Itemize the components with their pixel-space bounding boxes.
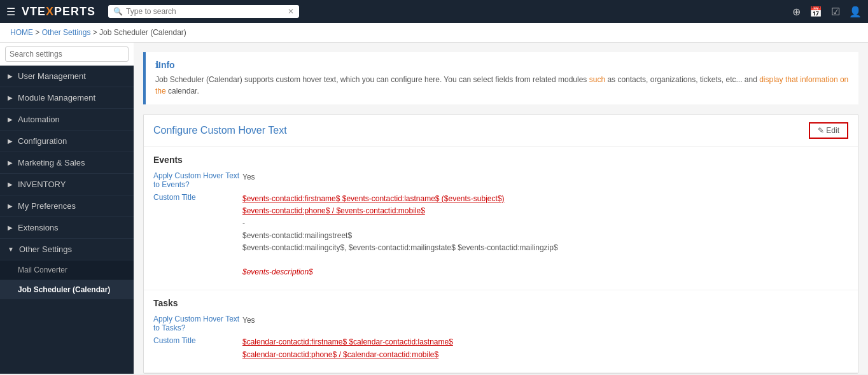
chevron-down-icon: ▼: [8, 246, 14, 253]
info-box: ℹInfo Job Scheduler (Calendar) supports …: [143, 52, 858, 104]
sidebar-item-label: My Preferences: [18, 201, 76, 211]
events-heading: Events: [153, 155, 848, 165]
tasks-custom-title-value: $calendar-contactid:firstname$ $calendar…: [242, 336, 848, 360]
chevron-right-icon: ▶: [8, 138, 13, 145]
sidebar-item-user-management[interactable]: ▶ User Management: [0, 66, 134, 87]
info-text-part3: calendar.: [166, 87, 199, 96]
sidebar-item-marketing-sales[interactable]: ▶ Marketing & Sales: [0, 152, 134, 174]
sidebar-item-label: Module Management: [18, 93, 95, 103]
configure-section: Configure Custom Hover Text ✎ Edit Event…: [143, 114, 858, 374]
events-title-line5: $events-contactid:mailingcity$, $events-…: [242, 243, 558, 252]
chevron-right-icon: ▶: [8, 73, 13, 80]
add-icon[interactable]: ⊕: [792, 6, 801, 18]
main-content: ℹInfo Job Scheduler (Calendar) supports …: [134, 43, 868, 374]
info-text: Job Scheduler (Calendar) supports custom…: [155, 74, 849, 97]
global-search-input[interactable]: [126, 7, 284, 16]
chevron-right-icon: ▶: [8, 94, 13, 101]
sidebar: ▶ User Management ▶ Module Management ▶ …: [0, 43, 134, 374]
breadcrumb: HOME > Other Settings > Job Scheduler (C…: [0, 23, 868, 43]
chevron-right-icon: ▶: [8, 116, 13, 123]
sidebar-item-label: Other Settings: [19, 244, 72, 254]
events-custom-title-label: Custom Title: [153, 193, 242, 278]
edit-button[interactable]: ✎ Edit: [809, 122, 848, 139]
events-title-line4: $events-contactid:mailingstreet$: [242, 231, 352, 240]
sidebar-item-mail-converter[interactable]: Mail Converter: [0, 260, 134, 280]
top-nav-actions: ⊕ 📅 ☑ 👤: [792, 6, 862, 18]
top-navigation: ☰ VTEXPERTS 🔍 ✕ ⊕ 📅 ☑ 👤: [0, 0, 868, 23]
hamburger-icon[interactable]: ☰: [6, 6, 15, 18]
app-logo: VTEXPERTS: [22, 5, 95, 18]
events-custom-title-row: Custom Title $events-contactid:firstname…: [153, 193, 848, 278]
events-custom-title-value: $events-contactid:firstname$ $events-con…: [242, 193, 848, 278]
events-title-line3: -: [242, 218, 245, 227]
info-text-part1: Job Scheduler (Calendar) supports custom…: [155, 75, 589, 84]
tasks-custom-title-label: Custom Title: [153, 336, 242, 360]
user-icon[interactable]: 👤: [849, 6, 862, 18]
tasks-apply-label: Apply Custom Hover Text to Tasks?: [153, 315, 242, 332]
sidebar-item-label: Marketing & Sales: [18, 158, 85, 167]
chevron-right-icon: ▶: [8, 181, 13, 188]
chevron-right-icon: ▶: [8, 159, 13, 166]
sidebar-item-label: INVENTORY: [18, 180, 66, 189]
sidebar-item-label: Configuration: [18, 136, 67, 146]
breadcrumb-sep1: >: [35, 28, 39, 37]
main-layout: ▶ User Management ▶ Module Management ▶ …: [0, 43, 868, 374]
sidebar-item-extensions[interactable]: ▶ Extensions: [0, 217, 134, 239]
sidebar-item-job-scheduler[interactable]: Job Scheduler (Calendar): [0, 280, 134, 300]
search-icon: 🔍: [113, 7, 123, 16]
tasks-section: Tasks Apply Custom Hover Text to Tasks? …: [144, 290, 858, 372]
tasks-title-line1: $calendar-contactid:firstname$ $calendar…: [242, 337, 453, 346]
events-section: Events Apply Custom Hover Text to Events…: [144, 147, 858, 290]
sidebar-item-module-management[interactable]: ▶ Module Management: [0, 87, 134, 109]
chevron-right-icon: ▶: [8, 202, 13, 209]
events-apply-row: Apply Custom Hover Text to Events? Yes: [153, 171, 848, 189]
sidebar-search-input[interactable]: [5, 46, 129, 62]
events-title-line1: $events-contactid:firstname$ $events-con…: [242, 194, 505, 203]
sidebar-item-other-settings[interactable]: ▼ Other Settings: [0, 239, 134, 260]
breadcrumb-sep2: >: [93, 28, 99, 37]
tasks-heading: Tasks: [153, 298, 848, 308]
tasks-title-line2: $calendar-contactid:phone$ / $calendar-c…: [242, 350, 438, 359]
sidebar-item-label: Automation: [18, 115, 60, 124]
tasks-apply-row: Apply Custom Hover Text to Tasks? Yes: [153, 315, 848, 332]
events-title-line7: $events-description$: [242, 267, 313, 276]
clear-search-icon[interactable]: ✕: [288, 7, 294, 16]
sidebar-item-configuration[interactable]: ▶ Configuration: [0, 131, 134, 152]
breadcrumb-current: Job Scheduler (Calendar): [99, 28, 186, 37]
sidebar-search-container: [0, 43, 134, 66]
info-text-part2: as contacts, organizations, tickets, etc…: [605, 75, 759, 84]
info-link-such[interactable]: such: [589, 75, 605, 84]
sidebar-item-label: Extensions: [18, 223, 59, 232]
calendar-icon[interactable]: 📅: [809, 6, 822, 18]
tasks-custom-title-row: Custom Title $calendar-contactid:firstna…: [153, 336, 848, 360]
events-apply-label: Apply Custom Hover Text to Events?: [153, 171, 242, 189]
sidebar-submenu-other-settings: Mail Converter Job Scheduler (Calendar): [0, 260, 134, 300]
configure-title: Configure Custom Hover Text: [153, 125, 287, 136]
logo-x: X: [46, 5, 54, 18]
info-title: ℹInfo: [155, 60, 849, 70]
sidebar-item-my-preferences[interactable]: ▶ My Preferences: [0, 195, 134, 217]
chevron-right-icon: ▶: [8, 224, 13, 231]
tasks-icon[interactable]: ☑: [831, 6, 840, 18]
sidebar-item-label: User Management: [18, 71, 86, 81]
tasks-apply-value: Yes: [242, 315, 848, 332]
breadcrumb-home[interactable]: HOME: [10, 28, 33, 37]
breadcrumb-other-settings[interactable]: Other Settings: [42, 28, 91, 37]
events-title-line2: $events-contactid:phone$ / $events-conta…: [242, 206, 425, 215]
configure-header: Configure Custom Hover Text ✎ Edit: [144, 115, 858, 147]
sidebar-item-automation[interactable]: ▶ Automation: [0, 109, 134, 131]
sidebar-item-inventory[interactable]: ▶ INVENTORY: [0, 174, 134, 195]
events-apply-value: Yes: [242, 171, 848, 189]
global-search-bar: 🔍 ✕: [108, 5, 299, 18]
